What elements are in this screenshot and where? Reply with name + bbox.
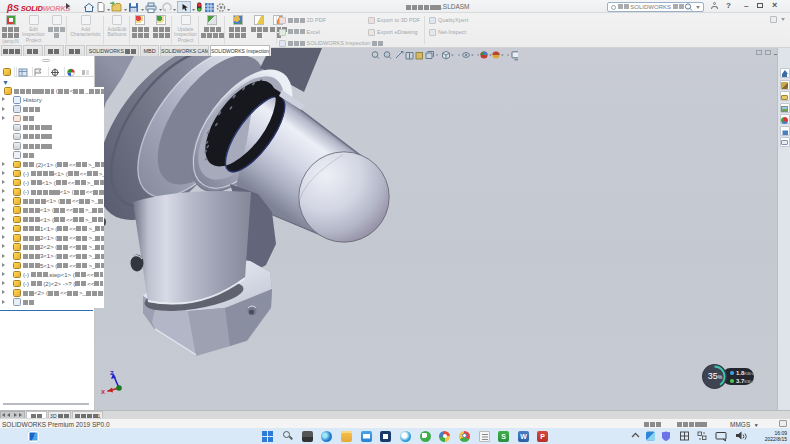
svg-text:X: X	[101, 389, 105, 395]
svg-text:Z: Z	[110, 370, 114, 376]
